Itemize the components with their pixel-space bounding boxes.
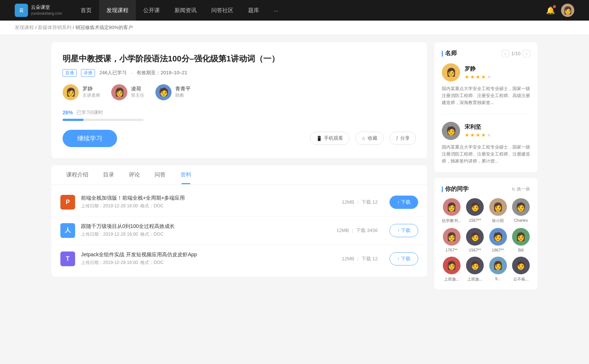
classmate-avatar: 🧑 <box>466 228 484 246</box>
resource-icon: 人 <box>60 223 75 238</box>
user-avatar[interactable]: 👩 <box>561 4 574 17</box>
download-button[interactable]: ↑ 下载 <box>389 224 418 237</box>
breadcrumb-link-1[interactable]: 发现课程 <box>15 25 34 30</box>
nav-item-新闻资讯[interactable]: 新闻资讯 <box>167 0 204 21</box>
teacher-info: 凌荷 班主任 <box>131 86 144 99</box>
star: ★ <box>476 74 480 80</box>
pagination-ctrl: ‹ 1/10 › <box>502 50 530 57</box>
resource-divider: | <box>357 199 358 205</box>
mobile-watch-button[interactable]: 📱 手机观看 <box>310 132 349 145</box>
tag-live: 直播 <box>63 69 77 77</box>
classmate-item[interactable]: 🧑 云不栋... <box>512 257 530 282</box>
teacher-stars: ★★★★★ <box>465 132 491 138</box>
logo[interactable]: 云 云朵课堂yundouketang.com <box>15 4 62 17</box>
classmate-item[interactable]: 👩 Bill <box>512 228 530 252</box>
teacher-card-name: 宋利坚 <box>465 124 491 131</box>
teacher-card-info: 罗静 ★★★★★ <box>465 65 491 80</box>
resource-icon: T <box>60 251 75 266</box>
tab-评论[interactable]: 评论 <box>121 165 147 184</box>
nav-item-题库[interactable]: 题库 <box>241 0 267 21</box>
teacher-name: 青青平 <box>175 86 191 92</box>
prev-page-button[interactable]: ‹ <box>502 50 509 57</box>
classmate-item[interactable]: 👩 1767** <box>442 228 461 252</box>
nav-item-发现课程[interactable]: 发现课程 <box>99 0 136 21</box>
teacher-info: 青青平 助教 <box>175 86 191 99</box>
sidebar-teachers-list: 👩 罗静 ★★★★★ 国内某重点大学安全工程专业硕士，国家一级注册消防工程师、注… <box>442 63 530 165</box>
classmate-name: 1767** <box>445 248 458 252</box>
teacher-item: 👩 罗静 主讲老师 <box>63 84 100 100</box>
resource-item: P 前端全栈加强版！前端全栈+全周期+多端应用 上传日期：2019-12-28 … <box>52 188 427 217</box>
resource-meta: 上传日期：2019-12-28 16:00 格式：DOC <box>81 260 336 266</box>
download-button[interactable]: ↑ 下载 <box>389 252 418 265</box>
teacher-avatar-img: 🧑 <box>155 84 172 100</box>
classmate-item[interactable]: 👩 张小田 <box>489 198 507 224</box>
classmates-sidebar-card: 你的同学 ↻ 换一换 👩 化学教书... 🧑 1567** 👩 张小田 🧑 Ch… <box>434 178 537 289</box>
classmate-item[interactable]: 👩 9... <box>489 257 507 282</box>
classmate-item[interactable]: 👩 化学教书... <box>442 198 461 224</box>
teacher-item: 👩 凌荷 班主任 <box>111 84 144 100</box>
classmate-avatar: 🧑 <box>466 198 484 216</box>
teacher-item: 🧑 青青平 助教 <box>155 84 191 100</box>
left-content: 明星中教授课，小学阶段语法100分–强化级第1讲动词（一） 直播 录播 246人… <box>52 42 427 289</box>
classmate-item[interactable]: 🧑 1567** <box>466 198 484 224</box>
progress-bar-background <box>63 119 144 121</box>
teacher-card-name: 罗静 <box>465 65 491 72</box>
navbar: 云 云朵课堂yundouketang.com 首页发现课程公开课新闻资讯问答社区… <box>0 0 589 21</box>
tab-问答[interactable]: 问答 <box>147 165 173 184</box>
share-icon: ⤴ <box>396 136 398 141</box>
resource-item: 人 跟随千万级项目从0到100全过程高效成长 上传日期：2019-12-28 1… <box>52 217 427 245</box>
classmate-avatar: 🧑 <box>466 257 484 274</box>
classmate-avatar: 👩 <box>489 198 507 216</box>
teacher-card-avatar: 👩 <box>442 63 460 82</box>
resource-icon: P <box>60 195 75 210</box>
breadcrumb-link-2[interactable]: 新媒体营销系列 <box>38 25 71 30</box>
breadcrumb-sep-1: / <box>35 25 38 30</box>
nav-item-首页[interactable]: 首页 <box>73 0 99 21</box>
classmates-header: 你的同学 ↻ 换一换 <box>442 185 530 193</box>
classmate-name: Charles <box>514 218 528 222</box>
page-info: 1/10 <box>511 51 521 56</box>
logo-text: 云朵课堂yundouketang.com <box>31 4 62 16</box>
teacher-card-desc: 国内某重点大学安全工程专业硕士，国家一级注册消防工程师、注册安全工程师、高级注册… <box>442 85 530 107</box>
nav-item-问答社区[interactable]: 问答社区 <box>204 0 241 21</box>
teacher-card-info: 宋利坚 ★★★★★ <box>465 124 491 138</box>
nav-items: 首页发现课程公开课新闻资讯问答社区题库··· <box>73 0 546 21</box>
star: ★ <box>470 132 475 138</box>
resource-name: 跟随千万级项目从0到100全过程高效成长 <box>81 223 331 230</box>
nav-item-公开课[interactable]: 公开课 <box>136 0 167 21</box>
share-button[interactable]: ⤴ 分享 <box>389 132 416 145</box>
continue-learning-button[interactable]: 继续学习 <box>63 130 117 147</box>
classmate-item[interactable]: 🧑 Charles <box>512 198 530 224</box>
classmates-grid: 👩 化学教书... 🧑 1567** 👩 张小田 🧑 Charles 👩 176… <box>442 198 530 282</box>
tab-资料[interactable]: 资料 <box>173 165 199 184</box>
nav-item-···[interactable]: ··· <box>267 0 286 21</box>
download-button[interactable]: ↑ 下载 <box>389 196 418 209</box>
classmate-avatar: 🧑 <box>489 228 507 246</box>
teacher-stars: ★★★★★ <box>465 74 491 80</box>
classmate-item[interactable]: 🧑 1867** <box>489 228 507 252</box>
tab-课程介绍[interactable]: 课程介绍 <box>59 165 96 184</box>
breadcrumb-current: 销冠修炼术搞定80%的客户 <box>75 25 133 30</box>
notification-bell[interactable]: 🔔 <box>546 6 555 15</box>
course-meta-dot: · <box>131 70 133 76</box>
sidebar-teacher-item: 🧑 宋利坚 ★★★★★ 国内某重点大学安全工程专业硕士，国家一级注册消防工程师、… <box>442 122 530 165</box>
classmate-item[interactable]: 🧑 上班族... <box>466 257 484 282</box>
resource-info: Jetpack全组件实战 开发短视频应用高仿皮皮虾App 上传日期：2019-1… <box>81 251 336 266</box>
teacher-role: 助教 <box>175 92 191 99</box>
resource-info: 跟随千万级项目从0到100全过程高效成长 上传日期：2019-12-28 16:… <box>81 223 331 238</box>
classmate-item[interactable]: 🧑 1567** <box>466 228 484 252</box>
teacher-info: 罗静 主讲老师 <box>82 86 100 99</box>
refresh-button[interactable]: ↻ 换一换 <box>512 186 530 192</box>
star: ★ <box>465 132 469 138</box>
teacher-role: 主讲老师 <box>82 92 100 99</box>
resource-info: 前端全栈加强版！前端全栈+全周期+多端应用 上传日期：2019-12-28 16… <box>81 195 336 209</box>
tab-目录[interactable]: 目录 <box>96 165 121 184</box>
logo-icon: 云 <box>15 4 28 17</box>
share-label: 分享 <box>400 135 410 142</box>
teacher-avatar: 👩 <box>111 84 127 100</box>
resource-meta: 上传日期：2019-12-28 16:00 格式：DOC <box>81 231 331 238</box>
classmate-item[interactable]: 👩 上班族... <box>442 257 461 282</box>
collect-button[interactable]: ☆ 收藏 <box>355 132 384 145</box>
mobile-icon: 📱 <box>316 136 322 141</box>
next-page-button[interactable]: › <box>523 50 530 57</box>
